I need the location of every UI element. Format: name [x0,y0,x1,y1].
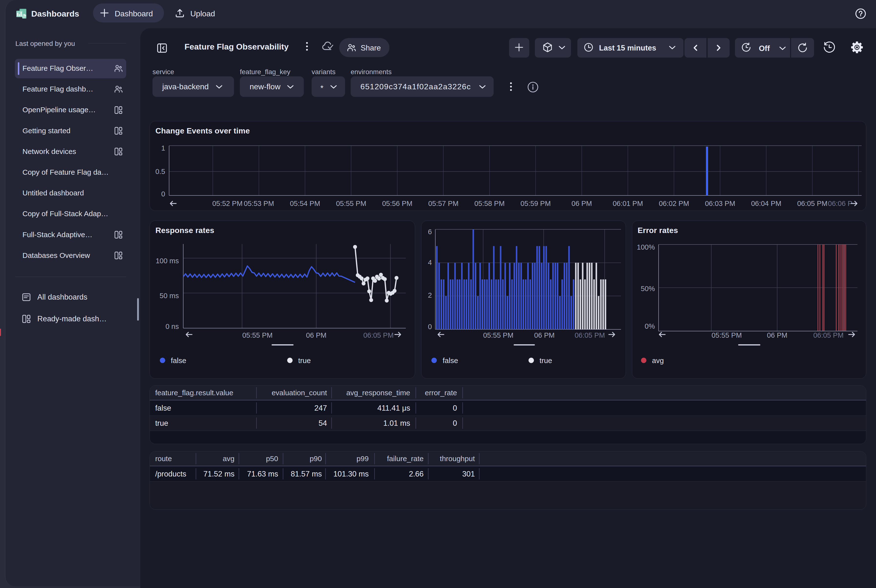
svg-text:0: 0 [428,323,432,331]
svg-text:0%: 0% [645,322,655,330]
svg-text:6: 6 [428,228,432,236]
svg-text:05:55 PM: 05:55 PM [711,332,742,339]
svg-text:06:04 PM: 06:04 PM [751,200,782,207]
svg-text:50%: 50% [641,285,655,292]
svg-text:true: true [540,357,552,364]
svg-text:06:05 PM: 06:05 PM [363,332,394,339]
svg-text:0.5: 0.5 [155,168,165,176]
svg-text:05:52 PM: 05:52 PM [212,200,243,207]
svg-text:05:54 PM: 05:54 PM [290,200,320,207]
svg-text:0 ns: 0 ns [165,322,179,330]
svg-text:06:03 PM: 06:03 PM [705,200,735,207]
svg-text:05:57 PM: 05:57 PM [428,200,459,207]
svg-text:100%: 100% [637,243,655,251]
svg-text:1: 1 [161,144,165,152]
svg-text:true: true [298,357,311,364]
svg-text:06:05 PM: 06:05 PM [797,200,828,207]
svg-text:05:56 PM: 05:56 PM [382,200,412,207]
svg-text:false: false [171,357,186,364]
svg-text:05:55 PM: 05:55 PM [483,332,513,339]
svg-text:05:53 PM: 05:53 PM [244,200,274,207]
svg-text:05:58 PM: 05:58 PM [474,200,505,207]
svg-text:06:01 PM: 06:01 PM [613,200,643,207]
svg-text:avg: avg [652,357,664,364]
svg-text:06:05 PM: 06:05 PM [574,332,605,339]
svg-text:50 ms: 50 ms [160,292,179,300]
svg-text:06 PM: 06 PM [306,332,327,339]
svg-text:05:59 PM: 05:59 PM [520,200,551,207]
svg-text:false: false [442,357,458,364]
svg-text:0: 0 [161,190,165,198]
svg-text:05:55 PM: 05:55 PM [242,332,273,339]
svg-text:06:06 P: 06:06 P [828,200,852,207]
svg-text:06:02 PM: 06:02 PM [659,200,689,207]
svg-text:05:55 PM: 05:55 PM [336,200,366,207]
svg-text:06 PM: 06 PM [767,332,788,339]
svg-text:100 ms: 100 ms [156,257,179,265]
svg-text:4: 4 [428,259,432,266]
svg-text:06 PM: 06 PM [572,200,592,207]
svg-text:06 PM: 06 PM [534,332,555,339]
svg-text:06:05 PM: 06:05 PM [813,332,843,339]
svg-text:2: 2 [428,291,432,299]
